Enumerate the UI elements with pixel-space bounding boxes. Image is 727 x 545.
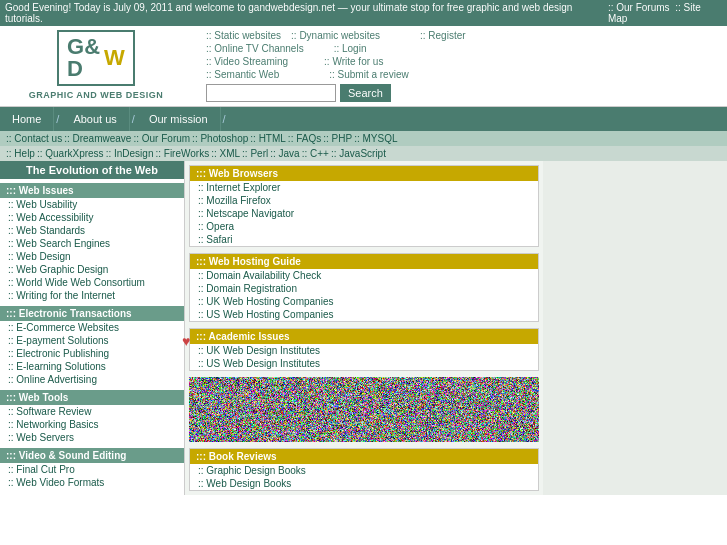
book-reviews-header: Book Reviews xyxy=(190,449,538,464)
cb-graphic-design-books[interactable]: Graphic Design Books xyxy=(190,464,538,477)
subnav-mysql[interactable]: MYSQL xyxy=(354,133,397,144)
cb-web-design-books[interactable]: Web Design Books xyxy=(190,477,538,490)
forums-link[interactable]: Our Forums xyxy=(616,2,669,13)
nav-online-tv[interactable]: Online TV Channels xyxy=(206,43,304,54)
search-input[interactable] xyxy=(206,84,336,102)
sidebar-elearning[interactable]: E-learning Solutions xyxy=(0,360,184,373)
nav-video-streaming[interactable]: Video Streaming xyxy=(206,56,288,67)
cb-us-hosting[interactable]: US Web Hosting Companies xyxy=(190,308,538,321)
subnav-javascript[interactable]: JavaScript xyxy=(331,148,386,159)
cb-domain-reg[interactable]: Domain Registration xyxy=(190,282,538,295)
subnav-html[interactable]: HTML xyxy=(250,133,286,144)
nav-links: Static websites Dynamic websites Registe… xyxy=(186,30,721,102)
sidebar-final-cut-pro[interactable]: Final Cut Pro xyxy=(0,463,184,476)
sidebar-software-review[interactable]: Software Review xyxy=(0,405,184,418)
sidebar-section-electronic-transactions: Electronic Transactions xyxy=(0,306,184,321)
search-button[interactable]: Search xyxy=(340,84,391,102)
nav-login[interactable]: Login xyxy=(334,43,367,54)
cb-us-design-inst[interactable]: US Web Design Institutes xyxy=(190,357,538,370)
top-bar: Good Evening! Today is July 09, 2011 and… xyxy=(0,0,727,26)
noise-image xyxy=(189,377,539,442)
sidebar-web-design[interactable]: Web Design xyxy=(0,250,184,263)
logo-area: G&D W GRAPHIC AND WEB DESIGN xyxy=(6,30,186,100)
cb-uk-design-inst[interactable]: UK Web Design Institutes xyxy=(190,344,538,357)
top-bar-links: :: Our Forums :: Site Map xyxy=(608,2,722,24)
web-browsers-header: Web Browsers xyxy=(190,166,538,181)
sidebar-web-search-engines[interactable]: Web Search Engines xyxy=(0,237,184,250)
cb-domain-check[interactable]: Domain Availability Check xyxy=(190,269,538,282)
nav-tab-home[interactable]: Home xyxy=(0,107,54,131)
sidebar-w3c[interactable]: World Wide Web Consortium xyxy=(0,276,184,289)
cb-uk-hosting[interactable]: UK Web Hosting Companies xyxy=(190,295,538,308)
sidebar-section-video-sound: Video & Sound Editing xyxy=(0,448,184,463)
subnav-our-forum[interactable]: Our Forum xyxy=(133,133,190,144)
nav-semantic-web[interactable]: Semantic Web xyxy=(206,69,279,80)
heart-icon: ♥ xyxy=(182,333,190,349)
subnav-perl[interactable]: Perl xyxy=(242,148,268,159)
search-area: Search xyxy=(206,84,721,102)
nav-tab-about[interactable]: About us xyxy=(61,107,129,131)
nav-register[interactable]: Register xyxy=(420,30,466,41)
sidebar-web-video-formats[interactable]: Web Video Formats xyxy=(0,476,184,489)
sidebar-writing-internet[interactable]: Writing for the Internet xyxy=(0,289,184,302)
header: G&D W GRAPHIC AND WEB DESIGN Static webs… xyxy=(0,26,727,107)
web-browsers-box: Web Browsers Internet Explorer Mozilla F… xyxy=(189,165,539,247)
academic-box: Academic Issues UK Web Design Institutes… xyxy=(189,328,539,371)
nav-static-websites[interactable]: Static websites xyxy=(206,30,281,41)
nav-write-for-us[interactable]: Write for us xyxy=(324,56,383,67)
cb-ie[interactable]: Internet Explorer xyxy=(190,181,538,194)
cb-netscape[interactable]: Netscape Navigator xyxy=(190,207,538,220)
nav-row4: Semantic Web Submit a review xyxy=(206,69,721,80)
subnav-help[interactable]: Help xyxy=(6,148,35,159)
sidebar-epublishing[interactable]: Electronic Publishing xyxy=(0,347,184,360)
nav-dynamic-websites[interactable]: Dynamic websites xyxy=(291,30,380,41)
sidebar-web-servers[interactable]: Web Servers xyxy=(0,431,184,444)
nav-row3: Video Streaming Write for us xyxy=(206,56,721,67)
subnav-xml[interactable]: XML xyxy=(211,148,240,159)
sidebar-section-web-issues: Web Issues xyxy=(0,183,184,198)
sidebar-online-advertising[interactable]: Online Advertising xyxy=(0,373,184,386)
subnav-contact[interactable]: Contact us xyxy=(6,133,62,144)
sidebar-ecommerce[interactable]: E-Commerce Websites xyxy=(0,321,184,334)
top-bar-message: Good Evening! Today is July 09, 2011 and… xyxy=(5,2,608,24)
academic-header: Academic Issues xyxy=(190,329,538,344)
sidebar-networking-basics[interactable]: Networking Basics xyxy=(0,418,184,431)
nav-bar: Home / About us / Our mission / xyxy=(0,107,727,131)
nav-submit-review[interactable]: Submit a review xyxy=(329,69,408,80)
nav-tab-mission[interactable]: Our mission xyxy=(137,107,221,131)
sub-nav: Contact us Dreamweave Our Forum Photosho… xyxy=(0,131,727,146)
logo-tagline: GRAPHIC AND WEB DESIGN xyxy=(29,90,164,100)
sidebar-section-web-tools: Web Tools xyxy=(0,390,184,405)
center-content: Web Browsers Internet Explorer Mozilla F… xyxy=(185,161,543,495)
subnav-php[interactable]: PHP xyxy=(323,133,352,144)
main-content: The Evolution of the Web Web Issues Web … xyxy=(0,161,727,495)
sidebar-web-standards[interactable]: Web Standards xyxy=(0,224,184,237)
subnav-dreamweave[interactable]: Dreamweave xyxy=(64,133,131,144)
sub-nav2: Help QuarkXpress InDesign FireWorks XML … xyxy=(0,146,727,161)
sidebar-web-accessibility[interactable]: Web Accessibility xyxy=(0,211,184,224)
sidebar-title[interactable]: The Evolution of the Web xyxy=(0,161,184,179)
right-panel xyxy=(543,161,727,495)
nav-row2: Online TV Channels Login xyxy=(206,43,721,54)
cb-opera[interactable]: Opera xyxy=(190,220,538,233)
nav-col1: Static websites Dynamic websites Registe… xyxy=(206,30,721,41)
sidebar-epayment[interactable]: E-payment Solutions xyxy=(0,334,184,347)
left-sidebar: The Evolution of the Web Web Issues Web … xyxy=(0,161,185,495)
subnav-photoshop[interactable]: Photoshop xyxy=(192,133,248,144)
web-hosting-header: Web Hosting Guide xyxy=(190,254,538,269)
cb-safari[interactable]: Safari xyxy=(190,233,538,246)
subnav-faqs[interactable]: FAQs xyxy=(288,133,321,144)
logo-w: W xyxy=(104,47,125,69)
cb-firefox[interactable]: Mozilla Firefox xyxy=(190,194,538,207)
subnav-quark[interactable]: QuarkXpress xyxy=(37,148,104,159)
sidebar-web-usability[interactable]: Web Usability xyxy=(0,198,184,211)
logo-box: G&D W xyxy=(57,30,135,86)
web-hosting-box: Web Hosting Guide Domain Availability Ch… xyxy=(189,253,539,322)
subnav-fireworks[interactable]: FireWorks xyxy=(155,148,209,159)
book-reviews-box: Book Reviews Graphic Design Books Web De… xyxy=(189,448,539,491)
subnav-indesign[interactable]: InDesign xyxy=(106,148,154,159)
logo-gd: G&D xyxy=(67,36,100,80)
sidebar-web-graphic-design[interactable]: Web Graphic Design xyxy=(0,263,184,276)
subnav-cpp[interactable]: C++ xyxy=(302,148,329,159)
subnav-java[interactable]: Java xyxy=(270,148,299,159)
